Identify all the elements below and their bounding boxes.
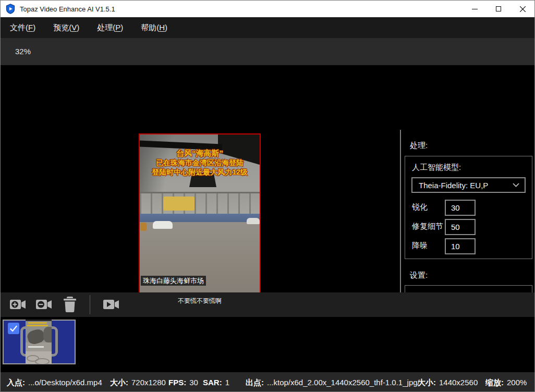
denoise-label: 降噪 bbox=[412, 241, 428, 251]
status-output-file: 出点:...ktop/x6d_2.00x_1440x2560_thf-1.0.1… bbox=[246, 372, 420, 392]
title-bar: Topaz Video Enhance AI V1.5.1 bbox=[1, 1, 534, 17]
clip-list bbox=[1, 317, 534, 372]
denoise-input-box bbox=[445, 238, 476, 254]
camera-play-icon bbox=[103, 298, 119, 311]
denoise-input[interactable] bbox=[446, 239, 475, 253]
process-video-button[interactable] bbox=[103, 298, 119, 311]
check-icon bbox=[9, 325, 18, 332]
toolbar-divider bbox=[90, 295, 90, 314]
video-caption-block: 台风“海高斯” 已在珠海市金湾区沿海登陆 登陆时中心附近最大风力12级 bbox=[140, 149, 260, 177]
app-logo-icon bbox=[5, 4, 16, 14]
restore-detail-label: 修复细节 bbox=[412, 222, 443, 231]
window-title: Topaz Video Enhance AI V1.5.1 bbox=[20, 5, 115, 13]
status-sar: SAR:1 bbox=[203, 372, 229, 392]
menu-process[interactable]: 处理(P) bbox=[95, 22, 125, 34]
window-controls bbox=[463, 1, 534, 17]
restore-detail-input-box bbox=[445, 219, 476, 235]
menu-bar: 文件(F) 预览(V) 处理(P) 帮助(H) bbox=[1, 17, 534, 38]
status-scale: 缩放:200% bbox=[485, 372, 527, 392]
main-area: 台风“海高斯” 已在珠海市金湾区沿海登陆 登陆时中心附近最大风力12级 珠海白藤… bbox=[1, 65, 534, 292]
menu-file[interactable]: 文件(F) bbox=[8, 22, 38, 34]
clip-thumbnail[interactable] bbox=[3, 320, 76, 364]
video-bridge bbox=[140, 192, 260, 214]
caption-line-3: 登陆时中心附近最大风力12级 bbox=[140, 167, 260, 177]
status-fps: FPS:30 bbox=[168, 372, 198, 392]
maximize-button[interactable] bbox=[487, 1, 510, 17]
add-video-button[interactable] bbox=[10, 298, 26, 311]
status-input-size: 大小:720x1280 bbox=[110, 372, 166, 392]
video-car bbox=[247, 218, 260, 224]
processing-group: 人工智能模型: Theia-Fidelity: EU,P 锐化 修复细节 降噪 bbox=[405, 156, 532, 259]
remove-video-button[interactable] bbox=[36, 298, 52, 311]
chevron-down-icon bbox=[513, 183, 519, 187]
video-billboard bbox=[163, 197, 194, 211]
delete-clip-button[interactable] bbox=[63, 297, 77, 312]
menu-preview[interactable]: 预览(V) bbox=[51, 22, 81, 34]
zoom-level-label: 32% bbox=[15, 47, 31, 56]
maximize-icon bbox=[496, 6, 501, 11]
video-debris bbox=[140, 223, 147, 231]
caption-line-2: 已在珠海市金湾区沿海登陆 bbox=[140, 158, 260, 167]
minimize-button[interactable] bbox=[463, 1, 487, 17]
status-bar: 入点:...o/Desktop/x6d.mp4 大小:720x1280 FPS:… bbox=[1, 372, 534, 392]
close-icon bbox=[520, 6, 526, 12]
close-button[interactable] bbox=[510, 1, 534, 17]
subtitle-text: 不要慌不要慌啊 bbox=[140, 297, 260, 305]
caption-line-1: 台风“海高斯” bbox=[140, 149, 260, 158]
clip-toolbar bbox=[1, 292, 534, 317]
ai-model-dropdown[interactable]: Theia-Fidelity: EU,P bbox=[411, 177, 526, 193]
trash-icon bbox=[63, 297, 77, 312]
processing-section-title: 处理: bbox=[410, 141, 428, 151]
ai-model-label: 人工智能模型: bbox=[412, 163, 461, 173]
clip-select-checkbox[interactable] bbox=[8, 323, 19, 334]
status-output-size: 大小:1440x2560 bbox=[418, 372, 478, 392]
camera-plus-icon bbox=[10, 298, 26, 311]
app-window: Topaz Video Enhance AI V1.5.1 文件(F) 预览(V… bbox=[0, 0, 535, 392]
sharpen-input[interactable] bbox=[446, 201, 475, 215]
camera-minus-icon bbox=[36, 298, 52, 311]
sharpen-label: 锐化 bbox=[412, 202, 428, 212]
minimize-icon bbox=[472, 9, 478, 9]
ai-model-value: Theia-Fidelity: EU,P bbox=[412, 181, 513, 190]
restore-detail-input[interactable] bbox=[446, 220, 475, 234]
status-input-file: 入点:...o/Desktop/x6d.mp4 bbox=[7, 372, 102, 392]
menu-help[interactable]: 帮助(H) bbox=[139, 22, 169, 34]
location-tag: 珠海白藤头海鲜市场 bbox=[141, 276, 206, 286]
clip-preview-image bbox=[26, 320, 52, 364]
settings-section-title: 设置: bbox=[410, 271, 428, 280]
video-car bbox=[153, 221, 173, 229]
playback-toolbar: 32% / 357 [ : bbox=[1, 38, 534, 65]
sharpen-input-box bbox=[445, 200, 476, 216]
